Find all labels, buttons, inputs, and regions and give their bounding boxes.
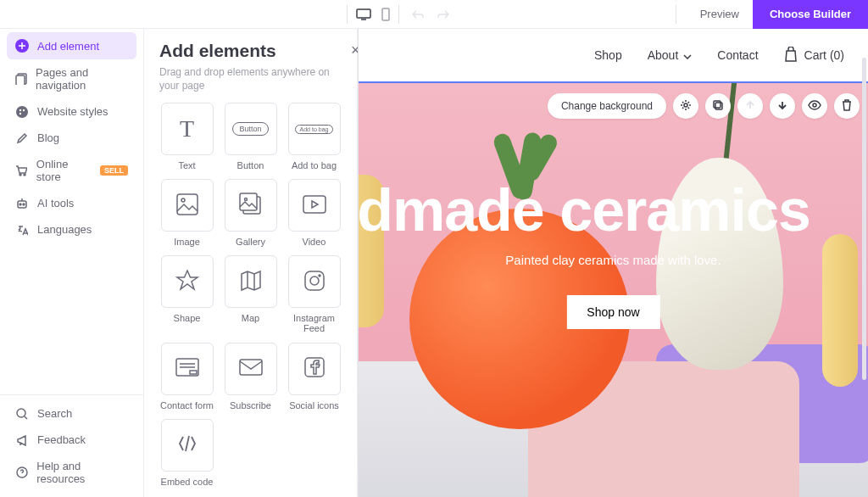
duplicate-button[interactable]	[705, 93, 731, 119]
section-settings-button[interactable]	[673, 93, 698, 119]
pencil-icon	[15, 132, 29, 144]
delete-button[interactable]	[834, 93, 860, 119]
star-icon	[175, 268, 200, 296]
nav-about-label: About	[648, 48, 679, 62]
sidebar-item-label: Blog	[37, 131, 59, 144]
instagram-icon	[303, 269, 326, 295]
svg-rect-1	[382, 8, 389, 20]
svg-point-8	[19, 112, 21, 114]
device-toggle	[347, 5, 399, 24]
sidebar-item-styles[interactable]: Website styles	[7, 98, 136, 125]
element-gallery[interactable]: Gallery	[223, 179, 278, 247]
sidebar-item-label: Pages and navigation	[36, 66, 128, 92]
sidebar-item-label: Languages	[37, 223, 92, 236]
element-social-icons[interactable]: Social icons	[287, 343, 342, 410]
nav-contact[interactable]: Contact	[717, 48, 758, 62]
sidebar-item-pages[interactable]: Pages and navigation	[7, 59, 136, 98]
sidebar-item-blog[interactable]: Blog	[7, 125, 136, 151]
visibility-button[interactable]	[802, 93, 827, 119]
topbar: Preview Choose Builder	[0, 0, 868, 29]
robot-icon	[15, 198, 29, 209]
sidebar-item-feedback[interactable]: Feedback	[7, 427, 136, 453]
svg-point-6	[19, 109, 21, 110]
element-label: Button	[237, 160, 264, 170]
pages-icon	[15, 73, 27, 85]
element-label: Map	[242, 313, 259, 323]
svg-point-31	[813, 103, 816, 107]
arrow-up-icon	[745, 100, 755, 113]
gear-icon	[680, 99, 692, 114]
element-image[interactable]: Image	[159, 179, 214, 247]
hero-section[interactable]: dmade ceramics Painted clay ceramics mad…	[359, 81, 868, 497]
sidebar-item-label: Add element	[37, 40, 99, 53]
element-instagram[interactable]: Instagram Feed	[287, 255, 342, 333]
sidebar-item-label: Online store	[36, 158, 92, 183]
translate-icon	[15, 224, 29, 236]
image-icon	[175, 193, 199, 219]
svg-point-7	[23, 109, 25, 110]
eye-icon	[808, 100, 821, 113]
element-video[interactable]: Video	[287, 179, 342, 247]
svg-rect-22	[305, 271, 324, 290]
nav-about[interactable]: About	[648, 48, 693, 62]
undo-icon[interactable]	[411, 9, 425, 20]
sidebar-item-label: Website styles	[37, 105, 108, 118]
panel-title: Add elements	[159, 41, 342, 61]
undo-redo	[399, 9, 462, 20]
move-down-button[interactable]	[770, 93, 795, 119]
element-add-to-bag[interactable]: Add to bag Add to bag	[287, 103, 342, 170]
panel-subtitle: Drag and drop elements anywhere on your …	[159, 66, 342, 92]
svg-point-14	[17, 409, 25, 417]
element-text[interactable]: T Text	[159, 103, 214, 170]
hero-title: dmade ceramics	[359, 176, 838, 244]
element-subscribe[interactable]: Subscribe	[223, 343, 278, 410]
sidebar-item-store[interactable]: Online store SELL	[7, 151, 136, 190]
svg-point-23	[310, 276, 319, 285]
cart-link[interactable]: Cart (0)	[784, 47, 844, 64]
copy-icon	[712, 99, 724, 114]
element-label: Gallery	[236, 237, 265, 247]
move-up-button[interactable]	[737, 93, 763, 119]
site-header: Shop About Contact Cart (0)	[359, 29, 868, 81]
element-map[interactable]: Map	[223, 255, 278, 333]
scrollbar-thumb[interactable]	[862, 58, 866, 380]
close-icon: ×	[351, 42, 358, 59]
form-icon	[175, 357, 200, 380]
sidebar-item-search[interactable]: Search	[7, 400, 136, 427]
element-label: Instagram Feed	[287, 313, 342, 333]
map-icon	[239, 269, 263, 295]
shop-now-button[interactable]: Shop now	[566, 295, 659, 329]
close-panel-button[interactable]: ×	[346, 41, 358, 60]
sidebar-item-help[interactable]: Help and resources	[7, 453, 136, 492]
svg-rect-0	[357, 9, 370, 18]
sidebar-item-ai[interactable]: AI tools	[7, 190, 136, 216]
sidebar-item-label: Feedback	[37, 433, 86, 446]
change-background-button[interactable]: Change background	[548, 93, 666, 119]
svg-point-12	[19, 204, 21, 205]
sidebar-item-add-element[interactable]: Add element	[7, 32, 136, 59]
canvas-scrollbar[interactable]	[861, 29, 868, 497]
preview-button[interactable]: Preview	[687, 1, 753, 27]
svg-rect-16	[177, 194, 198, 215]
svg-rect-30	[714, 101, 721, 108]
element-label: Subscribe	[230, 400, 271, 410]
element-label: Shape	[174, 313, 201, 323]
megaphone-icon	[15, 434, 29, 446]
desktop-icon[interactable]	[356, 8, 371, 20]
element-embed-code[interactable]: Embed code	[159, 419, 214, 487]
video-icon	[302, 194, 327, 217]
element-shape[interactable]: Shape	[159, 255, 214, 333]
sidebar-item-languages[interactable]: Languages	[7, 216, 136, 243]
element-button[interactable]: Button Button	[223, 103, 278, 170]
redo-icon[interactable]	[437, 9, 450, 20]
element-contact-form[interactable]: Contact form	[159, 343, 214, 410]
svg-rect-29	[715, 103, 722, 109]
add-to-bag-icon: Add to bag	[295, 125, 334, 134]
nav-shop[interactable]: Shop	[594, 48, 622, 62]
element-label: Contact form	[160, 400, 214, 410]
selection-toolbar: Change background	[548, 93, 860, 119]
svg-rect-19	[240, 193, 257, 210]
choose-builder-button[interactable]: Choose Builder	[753, 0, 868, 29]
plus-circle-icon	[15, 39, 29, 53]
mobile-icon[interactable]	[381, 8, 390, 21]
